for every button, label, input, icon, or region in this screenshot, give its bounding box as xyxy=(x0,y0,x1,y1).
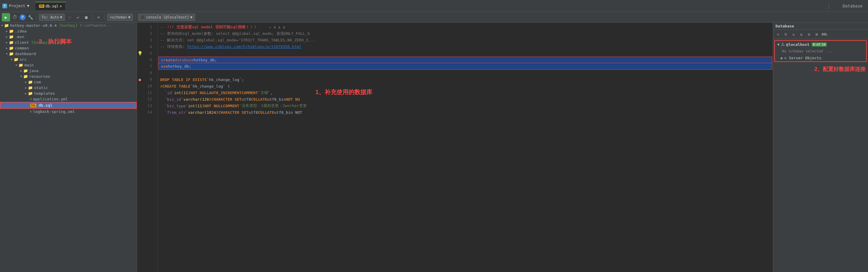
line13-type: int(11) xyxy=(188,104,205,108)
project-icon: P xyxy=(2,4,7,8)
tree-item-static[interactable]: ▶ 📁 static xyxy=(0,85,136,90)
line13-str: '业务类型：1规则变更；2worker变更 xyxy=(239,103,307,108)
line6-database: database xyxy=(175,58,194,62)
code-line-5 xyxy=(158,50,773,57)
ln-1: 1 xyxy=(143,24,154,30)
tx-dropdown[interactable]: Tx: Auto ▼ xyxy=(39,14,65,21)
link-text[interactable]: https://www.cnblogs.com/hjhsblogs/p/1107… xyxy=(187,45,302,49)
line14-collate: COLLATE xyxy=(258,110,274,115)
line14-utf8: utf8 xyxy=(248,110,258,115)
db-server-objects-item[interactable]: ▶ ⊞ Server Objects xyxy=(775,55,866,61)
code-line-2: -- 查询你的sql_model参数: select @@global.sql_… xyxy=(158,30,773,37)
line13-comment: COMMENT xyxy=(223,104,239,108)
stop-button[interactable]: ■ xyxy=(83,14,90,21)
tree-item-dashboard[interactable]: ▼ 📁 dashboard xyxy=(0,51,136,57)
count-down[interactable]: ∨ xyxy=(283,25,285,29)
db-copy-button[interactable]: ⎘ xyxy=(783,31,789,37)
sql-tab-icon: SQL xyxy=(39,4,44,8)
db-refresh-button[interactable]: ↻ xyxy=(790,31,797,37)
tree-item-java[interactable]: ▶ 📁 java xyxy=(0,68,136,74)
history-button[interactable]: ⏱ xyxy=(11,14,19,21)
commit-button[interactable]: ✓ xyxy=(66,14,73,21)
project-label[interactable]: Project xyxy=(9,4,25,8)
undo-button[interactable]: ↩ xyxy=(74,14,82,21)
code-line-14: `from_str` varchar(1024) CHARACTER SET u… xyxy=(158,109,773,116)
db-server-item[interactable]: ▼ 🖧 @localhost 0 of 14 xyxy=(775,41,866,48)
more-actions-button[interactable]: » xyxy=(95,14,102,21)
tree-item-client[interactable]: ▶ 📁 client [hotkey-client] xyxy=(0,39,136,45)
tx-dropdown-icon: ▼ xyxy=(60,15,62,19)
server-objects-icon: ⊞ xyxy=(784,56,786,60)
line12-utf8: utf8 xyxy=(242,97,251,102)
db-filter-button[interactable]: ≡ xyxy=(806,31,812,37)
line11-type: int(11) xyxy=(174,90,190,95)
schema-dropdown[interactable]: <schema> ▼ xyxy=(107,14,133,21)
line4-text: -- 详情查阅: https://www.cnblogs.com/hjhsblo… xyxy=(160,44,302,50)
code-line-8 xyxy=(158,70,773,76)
run-icon: ▶ xyxy=(5,15,7,20)
active-tab[interactable]: SQL db.sql × xyxy=(35,2,66,10)
line1-text: -- !!! 注意设置sql model 否则可能sql报错！！！ xyxy=(160,24,257,30)
toolbar: ▶ ⏱ P 🔧 Tx: Auto ▼ ✓ ↩ ■ » <schema> ▼ ⬛ … xyxy=(0,12,868,23)
tab-close-icon[interactable]: × xyxy=(60,4,62,8)
separator-1 xyxy=(36,14,37,20)
tree-item-mvn[interactable]: ▶ 📁 .mvn xyxy=(0,34,136,39)
tree-item-db-sql[interactable]: SQL db.sql xyxy=(0,102,136,109)
ln-13: 13 xyxy=(143,103,154,109)
profile-button[interactable]: P xyxy=(20,14,26,20)
db-sort-button[interactable]: ⇅ xyxy=(798,31,805,37)
editor-content[interactable]: 💡 ● 1 2 3 4 5 6 xyxy=(137,23,773,272)
db-add-button[interactable]: + xyxy=(775,31,781,37)
tree-item-resources[interactable]: ▼ 📁 resources xyxy=(0,74,136,79)
java-folder-icon: 📁 xyxy=(23,69,28,73)
tree-item-idea[interactable]: ▶ 📁 .idea xyxy=(0,28,136,34)
tree-item-main[interactable]: ▼ 📁 main xyxy=(0,62,136,68)
tree-root[interactable]: ▼ 📁 hotkey-master-v0.0.4 [hotkey] C:\sof… xyxy=(0,23,136,28)
line10-create: CREATE TABLE xyxy=(162,84,190,88)
line6-create: create xyxy=(161,58,175,62)
settings-button[interactable]: 🔧 xyxy=(27,14,34,21)
tree-item-common[interactable]: ▶ 📁 common xyxy=(0,45,136,51)
no-schema-more[interactable]: ... xyxy=(826,49,833,53)
more-options-icon[interactable]: ⋮ xyxy=(826,3,831,9)
db-grid-button[interactable]: ⊞ xyxy=(813,31,820,37)
server-label: @localhost xyxy=(786,42,809,47)
tree-item-templates[interactable]: ▶ 📁 templates xyxy=(0,90,136,96)
count-up[interactable]: ∧ xyxy=(278,25,281,29)
tree-item-src[interactable]: ▼ 📁 src xyxy=(0,57,136,62)
console-label: console [@localhost] xyxy=(146,15,189,19)
ln-4: 4 xyxy=(143,44,154,50)
code-line-4: -- 详情查阅: https://www.cnblogs.com/hjhsblo… xyxy=(158,44,773,50)
title-bar-tabs: SQL db.sql × xyxy=(35,2,826,10)
run-button[interactable]: ▶ xyxy=(2,13,10,22)
client-label: client [hotkey-client] xyxy=(15,40,66,45)
line14-fromstr-col: `from_str` xyxy=(160,110,188,115)
project-dropdown-icon[interactable]: ▼ xyxy=(27,4,29,8)
mvn-label: .mvn xyxy=(15,34,24,39)
error-icon: ● xyxy=(139,77,141,82)
common-chevron: ▶ xyxy=(6,47,8,50)
code-lines[interactable]: -- !!! 注意设置sql model 否则可能sql报错！！！ ✓ 4 ∧ … xyxy=(158,23,773,272)
templates-label: templates xyxy=(34,91,55,96)
no-schema-label: No schemas selected xyxy=(782,49,823,53)
tree-item-com[interactable]: ▶ 📁 com xyxy=(0,79,136,85)
ln-3: 3 xyxy=(143,37,154,44)
gutter-2 xyxy=(137,30,143,37)
tree-item-logback[interactable]: ⚙ logback-spring.xml xyxy=(0,109,136,114)
static-label: static xyxy=(34,85,48,90)
tree-item-application-yml[interactable]: ⚙ application.yml xyxy=(0,96,136,102)
line10-table: `hk_change_log` ( xyxy=(190,84,230,88)
line13-notnull: NOT NULL xyxy=(205,104,223,108)
console-dropdown[interactable]: ⬛ console [@localhost] ▼ xyxy=(138,14,195,21)
main-area: 3、执行脚本 ▼ 📁 hotkey-master-v0.0.4 [hotkey]… xyxy=(0,23,868,272)
tab-label: db.sql xyxy=(45,4,58,8)
ln-2: 2 xyxy=(143,30,154,37)
dashboard-label: dashboard xyxy=(15,52,36,56)
db-panel-title: Database xyxy=(843,4,863,8)
line12-collate-val: utf8_bin xyxy=(267,97,286,102)
line12-type: varchar(128) xyxy=(183,97,211,102)
tx-label: Tx: Auto xyxy=(42,15,59,19)
title-bar-left: P Project ▼ xyxy=(2,4,29,8)
gutter-5: 💡 xyxy=(137,50,143,57)
db-ddl-button[interactable]: DDL xyxy=(821,31,828,37)
